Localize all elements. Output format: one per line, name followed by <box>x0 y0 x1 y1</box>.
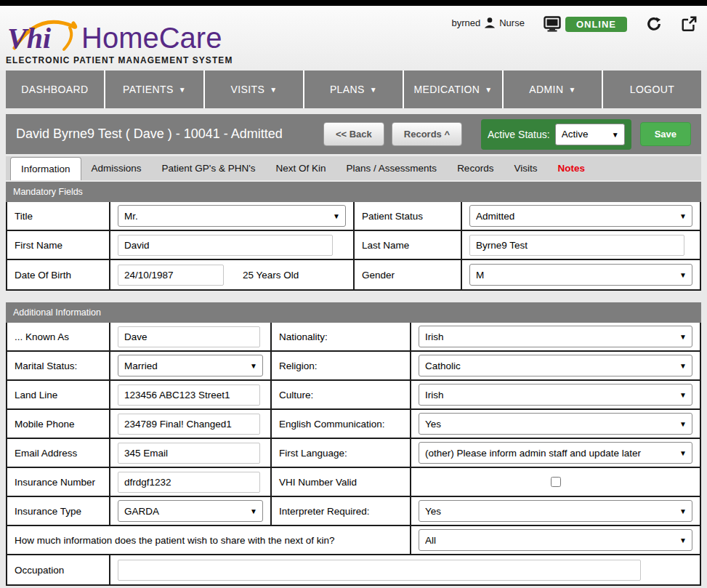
nav-label: DASHBOARD <box>21 84 88 95</box>
age-text: 25 Years Old <box>243 270 299 281</box>
back-button[interactable]: << Back <box>323 122 384 146</box>
save-button[interactable]: Save <box>640 122 691 146</box>
nationality-select[interactable]: Irish <box>419 326 692 347</box>
patient-header-bar: David Byrne9 Test ( Dave ) - 10041 - Adm… <box>6 114 701 154</box>
mobile-phone-label: Mobile Phone <box>7 410 110 439</box>
culture-label: Culture: <box>272 381 411 410</box>
brand-tagline: ELECTRONIC PATIENT MANAGEMENT SYSTEM <box>6 55 233 65</box>
mandatory-fields-table: Title Mr.▼ Patient Status Admitted▼ Firs… <box>6 202 701 291</box>
religion-label: Religion: <box>272 352 411 381</box>
occupation-input[interactable] <box>118 560 641 581</box>
dob-input[interactable] <box>118 265 224 286</box>
active-status-panel: Active Status: Active ▼ <box>481 119 631 150</box>
known-as-input[interactable] <box>118 326 260 347</box>
interpreter-required-label: Interpreter Required: <box>272 497 411 526</box>
last-name-label: Last Name <box>355 231 462 260</box>
nav-label: MEDICATION <box>413 84 480 95</box>
nav-visits[interactable]: VISITS▼ <box>205 71 304 108</box>
nav-label: PLANS <box>330 84 365 95</box>
active-status-label: Active Status: <box>488 129 550 140</box>
section-gap <box>6 291 701 302</box>
active-status-select[interactable]: Active <box>555 124 625 145</box>
kin-share-question-label: How much information does the patient wi… <box>7 526 411 555</box>
last-name-input[interactable] <box>469 235 684 256</box>
title-label: Title <box>7 202 110 231</box>
land-line-input[interactable] <box>118 384 260 406</box>
patient-status-label: Patient Status <box>355 202 462 231</box>
refresh-icon[interactable] <box>646 16 662 32</box>
main-nav: DASHBOARD PATIENTS▼ VISITS▼ PLANS▼ MEDIC… <box>6 71 701 108</box>
chevron-down-icon: ▼ <box>568 86 575 94</box>
nav-admin[interactable]: ADMIN▼ <box>504 71 603 108</box>
nav-label: PATIENTS <box>123 84 174 95</box>
tab-notes[interactable]: Notes <box>547 156 595 180</box>
chevron-down-icon: ▼ <box>485 86 492 94</box>
first-language-select[interactable]: (other) Please inform admin staff and up… <box>419 442 692 464</box>
dob-label: Date Of Birth <box>7 260 110 289</box>
brand-text: Vhi <box>7 22 51 54</box>
nav-logout[interactable]: LOGOUT <box>603 71 701 108</box>
nav-medication[interactable]: MEDICATION▼ <box>404 71 504 108</box>
top-black-strip <box>0 0 707 6</box>
interpreter-required-select[interactable]: Yes <box>419 500 692 522</box>
vhi-number-valid-label: VHI Number Valid <box>272 468 411 497</box>
nav-label: VISITS <box>230 84 264 95</box>
gender-select[interactable]: M <box>469 264 692 286</box>
land-line-label: Land Line <box>7 381 110 410</box>
first-language-label: First Language: <box>272 439 411 468</box>
app-header: Vhi HomeCare ELECTRONIC PATIENT MANAGEME… <box>0 6 707 71</box>
culture-select[interactable]: Irish <box>419 384 692 406</box>
username: byrned <box>451 17 480 28</box>
external-link-icon[interactable] <box>681 16 697 32</box>
additional-information-table: ... Known As Nationality: Irish▼ Marital… <box>6 323 701 586</box>
vhi-number-valid-checkbox[interactable] <box>551 477 561 487</box>
english-communication-select[interactable]: Yes <box>419 413 692 435</box>
tab-next-of-kin[interactable]: Next Of Kin <box>266 156 336 180</box>
chevron-down-icon: ▼ <box>179 86 186 94</box>
email-address-input[interactable] <box>118 443 260 464</box>
nav-label: LOGOUT <box>630 84 675 95</box>
tab-records[interactable]: Records <box>447 156 504 180</box>
nav-label: ADMIN <box>529 84 563 95</box>
brand-logo: Vhi HomeCare ELECTRONIC PATIENT MANAGEME… <box>6 6 245 71</box>
chevron-down-icon: ▼ <box>270 86 277 94</box>
marital-status-select[interactable]: Married <box>118 355 263 376</box>
nav-patients[interactable]: PATIENTS▼ <box>105 71 205 108</box>
title-select[interactable]: Mr. <box>118 205 346 227</box>
insurance-type-select[interactable]: GARDA <box>118 500 263 522</box>
tab-admissions[interactable]: Admissions <box>81 156 152 180</box>
additional-information-header: Additional Information <box>6 302 701 323</box>
patient-tabs: Information Admissions Patient GP's & PH… <box>6 156 701 180</box>
user-chip: byrned Nurse <box>451 16 524 29</box>
mobile-phone-input[interactable] <box>118 414 260 435</box>
kin-share-select[interactable]: All <box>419 529 692 551</box>
product-name: HomeCare <box>81 23 222 52</box>
gender-label: Gender <box>355 260 462 289</box>
tab-information[interactable]: Information <box>10 157 81 180</box>
email-address-label: Email Address <box>7 439 110 468</box>
religion-select[interactable]: Catholic <box>419 355 692 376</box>
patient-status-select[interactable]: Admitted <box>469 205 692 227</box>
nav-dashboard[interactable]: DASHBOARD <box>6 71 105 108</box>
records-button[interactable]: Records ^ <box>392 122 462 146</box>
known-as-label: ... Known As <box>7 323 110 352</box>
insurance-number-input[interactable] <box>118 472 260 493</box>
insurance-type-label: Insurance Type <box>7 497 110 526</box>
vhi-logo-icon: Vhi <box>6 16 78 54</box>
user-role: Nurse <box>499 17 525 28</box>
tab-visits[interactable]: Visits <box>504 156 547 180</box>
first-name-input[interactable] <box>118 235 333 256</box>
nav-plans[interactable]: PLANS▼ <box>304 71 404 108</box>
occupation-label: Occupation <box>7 555 110 584</box>
tab-patient-gps-phns[interactable]: Patient GP's & PHN's <box>152 156 266 180</box>
monitor-icon <box>544 16 561 32</box>
nationality-label: Nationality: <box>272 323 411 352</box>
mandatory-fields-header: Mandatory Fields <box>6 182 701 202</box>
user-icon <box>483 16 496 29</box>
insurance-number-label: Insurance Number <box>7 468 110 497</box>
online-status-badge: ONLINE <box>565 17 627 32</box>
tab-plans-assessments[interactable]: Plans / Assessments <box>336 156 448 180</box>
patient-title: David Byrne9 Test ( Dave ) - 10041 - Adm… <box>16 126 316 142</box>
marital-status-label: Marital Status: <box>7 352 110 381</box>
english-communication-label: English Communication: <box>272 410 411 439</box>
